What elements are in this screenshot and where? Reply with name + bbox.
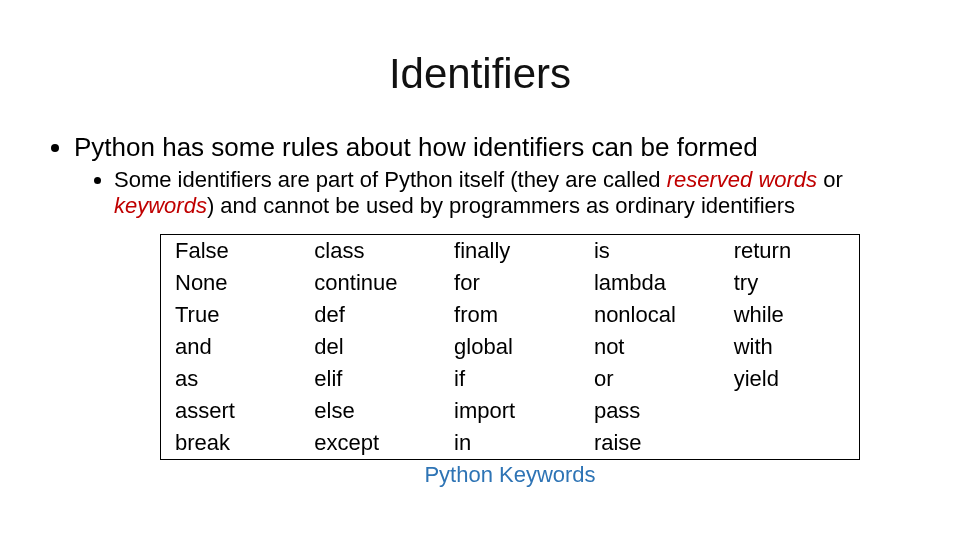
table-row: assert else import pass xyxy=(161,395,860,427)
kw-cell: True xyxy=(161,299,301,331)
kw-cell: continue xyxy=(300,267,440,299)
slide-title: Identifiers xyxy=(50,50,910,98)
kw-cell: pass xyxy=(580,395,720,427)
reserved-words-em: reserved words xyxy=(667,167,817,192)
kw-cell: try xyxy=(720,267,860,299)
bullet-l2-post: ) and cannot be used by programmers as o… xyxy=(207,193,795,218)
kw-cell: del xyxy=(300,331,440,363)
bullet-list-level1: Python has some rules about how identifi… xyxy=(74,133,910,220)
kw-cell: def xyxy=(300,299,440,331)
kw-cell: not xyxy=(580,331,720,363)
kw-cell: while xyxy=(720,299,860,331)
kw-cell: global xyxy=(440,331,580,363)
slide: Identifiers Python has some rules about … xyxy=(0,0,960,540)
kw-cell: except xyxy=(300,427,440,460)
bullet-l2: Some identifiers are part of Python itse… xyxy=(114,167,910,220)
kw-cell: finally xyxy=(440,234,580,267)
kw-cell: return xyxy=(720,234,860,267)
kw-cell: raise xyxy=(580,427,720,460)
kw-cell xyxy=(720,427,860,460)
kw-cell: yield xyxy=(720,363,860,395)
kw-cell: as xyxy=(161,363,301,395)
keywords-em: keywords xyxy=(114,193,207,218)
kw-cell: False xyxy=(161,234,301,267)
kw-cell xyxy=(720,395,860,427)
bullet-l1: Python has some rules about how identifi… xyxy=(74,133,910,220)
kw-cell: or xyxy=(580,363,720,395)
table-row: False class finally is return xyxy=(161,234,860,267)
table-row: break except in raise xyxy=(161,427,860,460)
keyword-table: False class finally is return None conti… xyxy=(160,234,860,460)
table-row: and del global not with xyxy=(161,331,860,363)
kw-cell: import xyxy=(440,395,580,427)
kw-cell: elif xyxy=(300,363,440,395)
kw-cell: with xyxy=(720,331,860,363)
kw-cell: is xyxy=(580,234,720,267)
bullet-l2-pre: Some identifiers are part of Python itse… xyxy=(114,167,667,192)
kw-cell: class xyxy=(300,234,440,267)
table-caption: Python Keywords xyxy=(160,462,860,488)
kw-cell: else xyxy=(300,395,440,427)
kw-cell: in xyxy=(440,427,580,460)
kw-cell: nonlocal xyxy=(580,299,720,331)
bullet-list-level2: Some identifiers are part of Python itse… xyxy=(114,167,910,220)
kw-cell: None xyxy=(161,267,301,299)
kw-cell: for xyxy=(440,267,580,299)
kw-cell: assert xyxy=(161,395,301,427)
bullet-l2-mid: or xyxy=(817,167,843,192)
kw-cell: from xyxy=(440,299,580,331)
kw-cell: if xyxy=(440,363,580,395)
kw-cell: break xyxy=(161,427,301,460)
keyword-table-wrap: False class finally is return None conti… xyxy=(160,234,860,488)
bullet-l1-text: Python has some rules about how identifi… xyxy=(74,132,758,162)
kw-cell: and xyxy=(161,331,301,363)
kw-cell: lambda xyxy=(580,267,720,299)
table-row: as elif if or yield xyxy=(161,363,860,395)
table-row: None continue for lambda try xyxy=(161,267,860,299)
table-row: True def from nonlocal while xyxy=(161,299,860,331)
